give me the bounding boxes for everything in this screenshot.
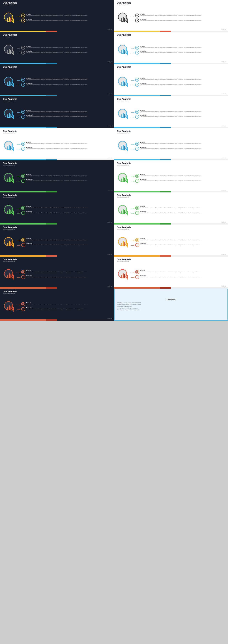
info-section: Product Lorem ipsum dolor sit amet, cons… <box>21 46 111 54</box>
slide-title: Our Analysis <box>3 2 111 4</box>
slide-content: Product Lorem ipsum dolor sit amet, cons… <box>0 198 114 223</box>
slide-content: Product Lorem ipsum dolor sit amet, cons… <box>114 263 228 287</box>
magnifier-icon <box>3 300 15 313</box>
slide-header: Our Analysis Insert Your Great Subtitle … <box>0 96 114 102</box>
slide-header: Our Analysis Insert Your Great Subtitle … <box>114 0 228 6</box>
product-body: Lorem ipsum dolor sit amet, consectetur … <box>26 304 87 305</box>
promotion-title: Promotion <box>26 147 87 148</box>
promotion-item: Promotion Lorem ipsum dolor sit amet, co… <box>21 18 111 22</box>
svg-rect-4 <box>10 18 11 22</box>
promotion-icon <box>21 147 25 151</box>
arrow-promotion <box>131 181 134 182</box>
promotion-body: Lorem ipsum dolor sit amet, consectetur … <box>26 20 87 21</box>
product-title: Product <box>26 110 87 111</box>
svg-rect-202 <box>13 243 14 246</box>
last-slide: 지하락 종료 1. 폰트(fonts) 에서의 적용: 동해물과 백두산이 마르… <box>114 289 228 321</box>
slide-content: Product Lorem ipsum dolor sit amet, cons… <box>0 295 114 319</box>
slide-footer <box>114 95 228 96</box>
product-body: Lorem ipsum dolor sit amet, consectetur … <box>26 15 87 16</box>
phenix-label: PHENIX <box>222 61 226 62</box>
slide-left: Our Analysis Insert Your Great Subtitle … <box>0 289 114 321</box>
svg-rect-134 <box>136 143 137 144</box>
slide-row-6: Our Analysis Insert Your Great Subtitle … <box>0 192 228 224</box>
slide-subtitle: Insert Your Great Subtitle Here <box>117 229 225 230</box>
promotion-body: Lorem ipsum dolor sit amet, consectetur … <box>140 276 201 278</box>
svg-rect-262 <box>22 304 23 305</box>
svg-rect-92 <box>22 111 23 112</box>
promotion-icon <box>135 83 139 86</box>
svg-rect-247 <box>137 272 138 272</box>
product-icon <box>135 46 139 50</box>
magnifier-icon <box>3 204 15 217</box>
svg-rect-135 <box>137 143 138 144</box>
phenix-label: PHENIX <box>222 286 226 287</box>
product-text: Product Lorem ipsum dolor sit amet, cons… <box>140 238 201 240</box>
promotion-item: Promotion Lorem ipsum dolor sit amet, co… <box>135 18 225 22</box>
product-body: Lorem ipsum dolor sit amet, consectetur … <box>140 79 201 80</box>
info-section: Product Lorem ipsum dolor sit amet, cons… <box>21 302 111 311</box>
product-title: Product <box>140 14 201 15</box>
slide-content: Product Lorem ipsum dolor sit amet, cons… <box>0 166 114 191</box>
promotion-item: Promotion Lorem ipsum dolor sit amet, co… <box>135 147 225 151</box>
slide-footer <box>0 31 114 32</box>
product-item: Product Lorem ipsum dolor sit amet, cons… <box>21 46 111 50</box>
svg-rect-81 <box>137 80 138 80</box>
magnifier-icon <box>117 12 129 24</box>
promotion-title: Promotion <box>140 275 201 276</box>
slide-header: Our Analysis Insert Your Great Subtitle … <box>0 128 114 134</box>
promotion-text: Promotion Lorem ipsum dolor sit amet, co… <box>140 50 201 53</box>
slide-content: Product Lorem ipsum dolor sit amet, cons… <box>114 230 228 255</box>
slide-content: Product Lorem ipsum dolor sit amet, cons… <box>114 134 228 159</box>
arrow-product <box>131 144 134 145</box>
arrow-product <box>17 144 20 145</box>
magnifier-icon <box>117 76 129 88</box>
svg-rect-52 <box>136 48 137 48</box>
promotion-item: Promotion Lorem ipsum dolor sit amet, co… <box>135 50 225 54</box>
info-section: Product Lorem ipsum dolor sit amet, cons… <box>135 270 225 279</box>
svg-rect-142 <box>7 178 8 182</box>
slide-right: Our Analysis Insert Your Great Subtitle … <box>114 96 228 128</box>
slide-subtitle: Insert Your Great Subtitle Here <box>3 261 111 262</box>
slide-footer <box>0 95 114 96</box>
phenix-label: PHENIX <box>108 286 112 287</box>
svg-rect-88 <box>10 114 11 118</box>
slide-header: Our Analysis Insert Your Great Subtitle … <box>0 192 114 198</box>
product-body: Lorem ipsum dolor sit amet, consectetur … <box>26 79 87 80</box>
promotion-text: Promotion Lorem ipsum dolor sit amet, co… <box>26 18 87 21</box>
product-text: Product Lorem ipsum dolor sit amet, cons… <box>26 174 87 176</box>
svg-rect-219 <box>137 239 138 240</box>
phenix-label: PHENIX <box>108 190 112 191</box>
product-icon <box>135 14 139 18</box>
promotion-body: Lorem ipsum dolor sit amet, consectetur … <box>140 20 201 21</box>
product-icon <box>21 174 25 178</box>
slide-left: Our Analysis Insert Your Great Subtitle … <box>0 224 114 256</box>
phenix-label: PHENIX <box>108 254 112 255</box>
svg-rect-174 <box>13 211 14 214</box>
slide-header: Our Analysis Insert Your Great Subtitle … <box>114 128 228 134</box>
arrow-product <box>17 176 20 177</box>
slide-content: Product Lorem ipsum dolor sit amet, cons… <box>114 102 228 127</box>
promotion-icon <box>21 115 25 119</box>
slide-subtitle: Insert Your Great Subtitle Here <box>117 68 225 70</box>
info-section: Product Lorem ipsum dolor sit amet, cons… <box>135 206 225 215</box>
promotion-title: Promotion <box>140 147 201 148</box>
svg-rect-44 <box>121 50 122 54</box>
promotion-text: Promotion Lorem ipsum dolor sit amet, co… <box>140 211 201 214</box>
product-item: Product Lorem ipsum dolor sit amet, cons… <box>135 78 225 82</box>
svg-rect-207 <box>23 240 24 241</box>
product-title: Product <box>140 206 201 207</box>
arrow-promotion <box>131 116 134 118</box>
svg-rect-227 <box>9 273 10 278</box>
svg-rect-177 <box>23 207 24 208</box>
svg-rect-136 <box>136 144 137 145</box>
svg-rect-106 <box>136 111 137 112</box>
svg-rect-25 <box>137 16 138 16</box>
slide-subtitle: Insert Your Great Subtitle Here <box>3 165 111 166</box>
svg-rect-178 <box>22 208 23 209</box>
svg-rect-67 <box>23 80 24 80</box>
magnifier-icon <box>3 236 15 249</box>
slide-content: Product Lorem ipsum dolor sit amet, cons… <box>114 70 228 95</box>
slide-content: Product Lorem ipsum dolor sit amet, cons… <box>0 263 114 287</box>
magnifier-icon <box>3 76 15 88</box>
svg-rect-232 <box>22 272 23 272</box>
